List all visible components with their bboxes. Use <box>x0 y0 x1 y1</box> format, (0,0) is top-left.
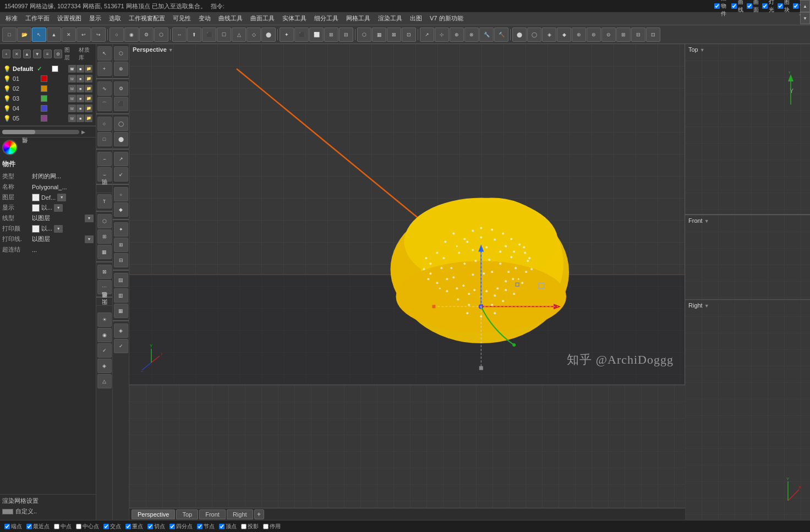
layer-02-folder[interactable]: 📁 <box>85 85 92 92</box>
cb-intersection[interactable] <box>103 524 109 529</box>
tool-af[interactable]: ◈ <box>542 28 556 42</box>
tool-e[interactable]: ◉ <box>124 28 139 42</box>
vtool-arrow2[interactable]: + <box>97 62 112 76</box>
tool-ae[interactable]: ◯ <box>527 28 541 42</box>
tool-r[interactable]: ⊞ <box>324 28 338 42</box>
perspective-label[interactable]: Perspective ▼ <box>133 46 173 53</box>
cb-knot[interactable] <box>125 524 131 529</box>
tool-h[interactable]: ↔ <box>172 28 187 42</box>
right-viewport-label[interactable]: Right ▼ <box>688 302 709 309</box>
tool-y[interactable]: ⊹ <box>435 28 449 42</box>
menu-setview[interactable]: 设置视图 <box>54 13 85 24</box>
vp-tab-add[interactable]: + <box>254 509 264 519</box>
cb-handles-input[interactable] <box>793 3 798 9</box>
layer-default[interactable]: 💡 Default ✓ M ■ 📁 <box>2 64 94 74</box>
vtool-transform1[interactable]: ⬡ <box>97 214 112 228</box>
tool-j[interactable]: ⬛ <box>202 28 216 42</box>
menu-workplane[interactable]: 工作平面 <box>22 13 53 24</box>
vtool-arc2[interactable]: ⌣ <box>97 167 112 182</box>
vtool-t[interactable]: T <box>97 194 112 209</box>
bottom-viewport-area[interactable]: Perspective Top Front Right + <box>129 385 685 520</box>
menu-v7-features[interactable]: V7 的新功能 <box>426 13 467 24</box>
layer-02-mat2[interactable]: ■ <box>76 85 84 92</box>
menu-transform[interactable]: 变动 <box>195 13 214 24</box>
tool-ac[interactable]: 🔨 <box>494 28 508 42</box>
rtool-2[interactable]: ⊕ <box>114 62 128 76</box>
cb-quadrant[interactable] <box>169 524 175 529</box>
tool-f[interactable]: ⚙ <box>139 28 154 42</box>
tool-u[interactable]: ▦ <box>372 28 386 42</box>
tool-q[interactable]: ⬜ <box>309 28 324 42</box>
vp-tab-perspective[interactable]: Perspective <box>132 509 175 519</box>
scrollbar-thumb[interactable] <box>2 130 35 134</box>
rtool-14[interactable]: ▤ <box>114 273 128 287</box>
cb-center[interactable] <box>76 524 81 529</box>
tool-select[interactable]: ↖ <box>32 28 46 42</box>
tool-undo[interactable]: ↩ <box>76 28 91 42</box>
front-viewport-label[interactable]: Front ▼ <box>688 217 709 224</box>
tool-g[interactable]: ⬡ <box>154 28 168 42</box>
vtool-circle[interactable]: ○ <box>97 117 112 131</box>
layer-02[interactable]: 💡 02 M ■ 📁 <box>2 84 94 94</box>
cb-endpoint[interactable] <box>4 524 10 529</box>
cb-node[interactable] <box>197 524 202 529</box>
layer-03-mat2[interactable]: ■ <box>76 95 84 102</box>
tool-l[interactable]: △ <box>232 28 246 42</box>
vtool-shape[interactable]: ◈ <box>97 359 112 373</box>
layer-default-mat2[interactable]: ■ <box>76 65 84 73</box>
tool-k[interactable]: ☐ <box>217 28 231 42</box>
tool-x[interactable]: ↗ <box>420 28 434 42</box>
tool-al[interactable]: ⊟ <box>631 28 645 42</box>
layer-05[interactable]: 💡 05 M ■ 📁 <box>2 113 94 123</box>
layer-05-mat2[interactable]: ■ <box>76 114 84 122</box>
layer-05-mat[interactable]: M <box>68 114 76 122</box>
rtool-17[interactable]: ◈ <box>114 323 128 338</box>
vtool-curve2[interactable]: ⌒ <box>97 97 112 111</box>
front-viewport[interactable]: Front ▼ <box>685 215 810 300</box>
menu-standard[interactable]: 标准 <box>2 13 21 24</box>
tool-w[interactable]: ⊡ <box>402 28 416 42</box>
tool-s[interactable]: ⊟ <box>339 28 353 42</box>
layer-01-folder[interactable]: 📁 <box>85 75 92 83</box>
menu-visibility[interactable]: 可见性 <box>169 13 194 24</box>
perspective-dropdown[interactable]: ▼ <box>168 47 173 53</box>
tool-v[interactable]: ⊠ <box>387 28 401 42</box>
tool-aj[interactable]: ⊝ <box>601 28 616 42</box>
tool-o[interactable]: ✦ <box>280 28 294 42</box>
tool-open[interactable]: 📂 <box>17 28 31 42</box>
vp-tab-top[interactable]: Top <box>176 509 198 519</box>
right-viewport[interactable]: Right ▼ X Y <box>685 300 810 520</box>
rtool-12[interactable]: ⊞ <box>114 238 128 252</box>
tool-aa[interactable]: ⊗ <box>464 28 479 42</box>
prop-printline-dropdown[interactable]: ▼ <box>85 235 94 243</box>
rtool-7[interactable]: ↗ <box>114 152 128 166</box>
layer-default-mat[interactable]: M <box>68 65 76 73</box>
scroll-up[interactable]: ▲ <box>800 0 810 12</box>
prop-linetype-dropdown[interactable]: ▼ <box>85 215 94 222</box>
cb-blocks-input[interactable] <box>778 3 783 9</box>
rtool-8[interactable]: ↙ <box>114 167 128 182</box>
tool-redo[interactable]: ↪ <box>91 28 106 42</box>
rtool-15[interactable]: ▥ <box>114 288 128 303</box>
tool-ad[interactable]: ⬤ <box>512 28 527 42</box>
vtool-sun[interactable]: ☀ <box>97 312 112 327</box>
layer-settings-btn[interactable]: ⚙ <box>54 50 62 58</box>
vp-tab-front[interactable]: Front <box>199 509 226 519</box>
layer-delete-btn[interactable]: ✕ <box>13 50 21 58</box>
cb-objects-input[interactable] <box>714 3 720 9</box>
prop-printcolor-dropdown[interactable]: ▼ <box>54 225 63 233</box>
menu-output[interactable]: 出图 <box>407 13 425 24</box>
layer-01-mat[interactable]: M <box>68 75 76 83</box>
layer-01[interactable]: 💡 01 M ■ 📁 <box>2 74 94 84</box>
layer-filter-btn[interactable]: ≡ <box>43 50 52 58</box>
vtool-square[interactable]: □ <box>97 132 112 146</box>
vtool-check[interactable]: ✓ <box>97 343 112 358</box>
top-viewport-label[interactable]: Top ▼ <box>688 46 705 53</box>
layer-03-mat[interactable]: M <box>68 95 76 102</box>
menu-render-tools[interactable]: 渲染工具 <box>375 13 406 24</box>
menu-select[interactable]: 选取 <box>106 13 124 24</box>
rtool-6[interactable]: ⬤ <box>114 132 128 146</box>
tool-ab[interactable]: 🔧 <box>479 28 494 42</box>
cb-tangent[interactable] <box>147 524 153 529</box>
layer-01-mat2[interactable]: ■ <box>76 75 84 83</box>
